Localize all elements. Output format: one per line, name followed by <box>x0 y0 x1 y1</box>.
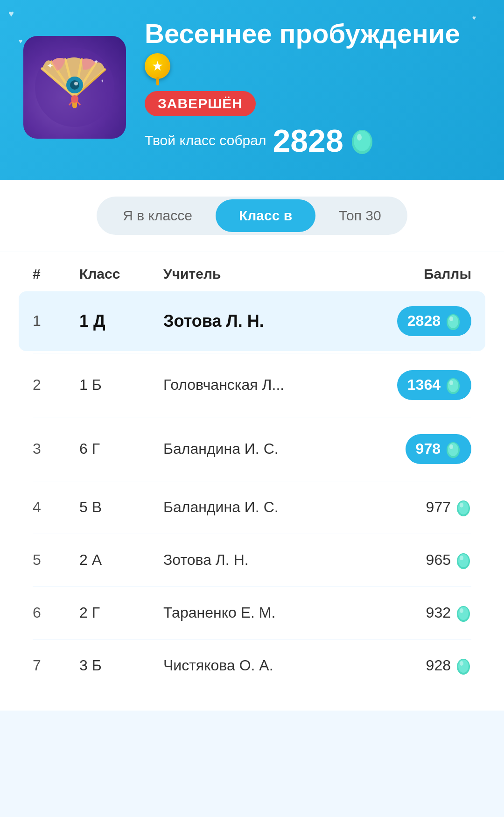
teacher-1: Зотова Л. Н. <box>163 311 350 331</box>
teacher-2: Головчанская Л... <box>163 376 350 394</box>
divider <box>33 481 471 481</box>
svg-point-22 <box>458 501 469 514</box>
svg-point-32 <box>460 661 463 666</box>
divider <box>33 417 471 417</box>
score-cell-2: 1364 <box>359 370 471 400</box>
divider <box>33 639 471 640</box>
rank-4: 4 <box>33 499 70 516</box>
teacher-6: Тараненко Е. М. <box>163 604 350 621</box>
table-header: # Класс Учитель Баллы <box>19 252 485 291</box>
egg-icon-row7 <box>455 656 471 675</box>
score-cell-3: 978 <box>359 434 471 464</box>
score-cell-5: 965 <box>359 551 471 570</box>
medal-icon <box>145 53 170 79</box>
th-score: Баллы <box>359 266 471 282</box>
class-4: 5 В <box>79 499 154 516</box>
heart-decoration: ♥ <box>8 8 14 19</box>
score-cell-1: 2828 <box>359 306 471 336</box>
rank-7: 7 <box>33 657 70 674</box>
score-value-1: 2828 <box>407 312 441 330</box>
th-class: Класс <box>79 266 154 282</box>
score-label: Твой класс собрал <box>145 133 266 148</box>
rank-5: 5 <box>33 551 70 569</box>
egg-icon-row5 <box>455 551 471 570</box>
tab-me-in-class[interactable]: Я в классе <box>99 199 216 232</box>
svg-point-19 <box>448 443 458 456</box>
svg-point-31 <box>458 660 469 673</box>
svg-point-29 <box>460 608 463 613</box>
score-value-6: 932 <box>426 604 451 621</box>
egg-icon-row2 <box>445 376 461 394</box>
svg-point-25 <box>458 554 469 567</box>
svg-point-20 <box>449 444 453 449</box>
score-row: Твой класс собрал 2828 <box>145 125 481 156</box>
rank-3: 3 <box>33 440 70 458</box>
teacher-4: Баландина И. С. <box>163 499 350 516</box>
score-value-5: 965 <box>426 551 451 569</box>
class-5: 2 А <box>79 551 154 569</box>
heart-decoration-2: ♥ <box>19 37 22 45</box>
svg-point-28 <box>458 607 469 620</box>
table-row: 5 2 А Зотова Л. Н. 965 <box>19 536 485 585</box>
event-header: ♥ ♥ ♥ <box>0 0 504 180</box>
svg-point-23 <box>460 503 463 507</box>
tabs: Я в классе Класс в Топ 30 <box>97 197 407 235</box>
score-value-7: 928 <box>426 657 451 674</box>
svg-point-14 <box>449 317 453 321</box>
svg-point-4 <box>70 80 79 90</box>
egg-icon-row6 <box>455 604 471 622</box>
status-badge: ЗАВЕРШЁН <box>145 91 256 116</box>
svg-point-5 <box>74 82 78 85</box>
svg-point-26 <box>460 556 463 560</box>
svg-point-13 <box>448 315 458 328</box>
medal-row <box>145 53 481 85</box>
score-value-2: 1364 <box>407 376 441 394</box>
svg-point-11 <box>357 134 362 141</box>
score-pill-1: 2828 <box>397 306 471 336</box>
class-6: 2 Г <box>79 604 154 621</box>
rank-6: 6 <box>33 604 70 621</box>
svg-text:✦: ✦ <box>93 58 99 65</box>
table-row: 4 5 В Баландина И. С. 977 <box>19 483 485 532</box>
event-illustration: ✦ ✦ ✦ <box>23 36 126 139</box>
svg-point-17 <box>449 380 453 385</box>
rank-2: 2 <box>33 376 70 394</box>
heart-decoration-3: ♥ <box>472 14 476 21</box>
event-title: Весеннее пробуждение <box>145 19 481 49</box>
divider <box>33 534 471 534</box>
score-pill-2: 1364 <box>397 370 471 400</box>
score-value-3: 978 <box>416 440 441 458</box>
score-value-4: 977 <box>426 499 451 516</box>
class-1: 1 Д <box>79 311 154 331</box>
score-cell-6: 932 <box>359 604 471 622</box>
table-row: 2 1 Б Головчанская Л... 1364 <box>19 355 485 415</box>
score-number: 2828 <box>273 125 343 156</box>
table-row: 1 1 Д Зотова Л. Н. 2828 <box>19 291 485 351</box>
egg-icon-large <box>350 126 374 155</box>
tabs-container: Я в классе Класс в Топ 30 <box>0 180 504 252</box>
score-cell-7: 928 <box>359 656 471 675</box>
table-row: 7 3 Б Чистякова О. А. 928 <box>19 641 485 690</box>
rank-1: 1 <box>33 312 70 330</box>
score-pill-3: 978 <box>406 434 471 464</box>
class-7: 3 Б <box>79 657 154 674</box>
egg-icon-row1 <box>445 312 461 331</box>
teacher-7: Чистякова О. А. <box>163 657 350 674</box>
tab-class-in[interactable]: Класс в <box>216 199 315 232</box>
table-row: 3 6 Г Баландина И. С. 978 <box>19 419 485 479</box>
svg-point-10 <box>354 131 371 151</box>
svg-text:✦: ✦ <box>47 61 54 70</box>
th-rank: # <box>33 266 70 282</box>
score-cell-4: 977 <box>359 498 471 517</box>
class-2: 1 Б <box>79 376 154 394</box>
th-teacher: Учитель <box>163 266 350 282</box>
event-info: Весеннее пробуждение ЗАВЕРШЁН Твой класс… <box>145 19 481 156</box>
teacher-3: Баландина И. С. <box>163 440 350 458</box>
teacher-5: Зотова Л. Н. <box>163 551 350 569</box>
svg-text:✦: ✦ <box>100 78 104 84</box>
egg-icon-row4 <box>455 498 471 517</box>
divider <box>33 353 471 353</box>
class-3: 6 Г <box>79 440 154 458</box>
divider <box>33 586 471 587</box>
tab-top30[interactable]: Топ 30 <box>315 199 405 232</box>
